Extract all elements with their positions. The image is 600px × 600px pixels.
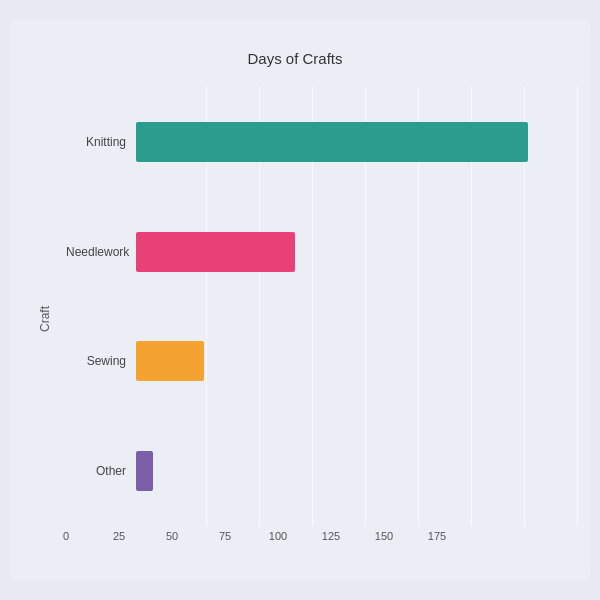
bar-row: Knitting [66, 87, 560, 197]
chart-body: Craft KnittingNeedleworkSewingOther 0255… [30, 87, 560, 550]
bar-fill [136, 122, 528, 162]
x-tick-label: 25 [113, 530, 125, 542]
bar-track [136, 451, 560, 491]
bar-fill [136, 451, 153, 491]
bar-row: Sewing [66, 307, 560, 417]
x-tick-label: 150 [375, 530, 393, 542]
bar-row-label: Other [66, 464, 136, 478]
plot-area: KnittingNeedleworkSewingOther [66, 87, 560, 526]
bar-row: Needlework [66, 197, 560, 307]
bar-fill [136, 232, 295, 272]
chart-title: Days of Crafts [30, 50, 560, 67]
bar-fill [136, 341, 204, 381]
chart-container: Days of Crafts Craft KnittingNeedleworkS… [10, 20, 590, 580]
x-tick-label: 125 [322, 530, 340, 542]
x-tick-label: 175 [428, 530, 446, 542]
bar-track [136, 122, 560, 162]
x-tick-label: 100 [269, 530, 287, 542]
bar-track [136, 232, 560, 272]
bar-row-label: Sewing [66, 354, 136, 368]
bar-row-label: Needlework [66, 245, 136, 259]
bar-row-label: Knitting [66, 135, 136, 149]
x-tick-label: 0 [63, 530, 69, 542]
x-tick-label: 50 [166, 530, 178, 542]
x-tick-label: 75 [219, 530, 231, 542]
bar-row: Other [66, 416, 560, 526]
y-axis-label: Craft [38, 305, 52, 331]
x-axis: 0255075100125150175 [66, 530, 560, 550]
plot-area-wrapper: KnittingNeedleworkSewingOther 0255075100… [66, 87, 560, 550]
grid-line [577, 87, 578, 526]
bar-rows: KnittingNeedleworkSewingOther [66, 87, 560, 526]
y-axis-label-container: Craft [30, 87, 60, 550]
bar-track [136, 341, 560, 381]
